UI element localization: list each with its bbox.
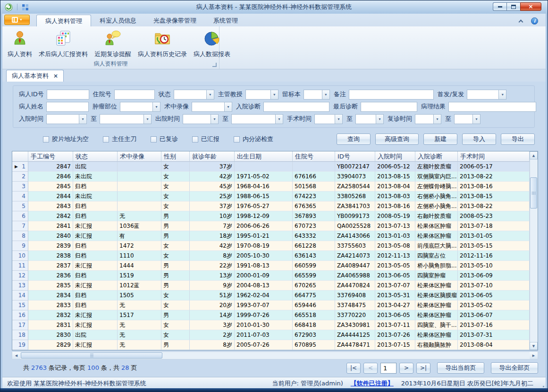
checkbox-box[interactable] — [151, 136, 157, 142]
cell-surgery-video[interactable]: 1505 — [118, 291, 161, 300]
cell-status[interactable]: 未出院 — [73, 172, 118, 182]
cell-admission-diagnosis[interactable]: 松果体区肿瘤 — [415, 281, 458, 291]
recent-followup-reminder-button[interactable]: 近期复诊提醒 — [91, 28, 135, 60]
cell-gender[interactable]: 女 — [161, 330, 190, 340]
cell-surgery-video[interactable] — [118, 192, 161, 201]
cell-admission-number[interactable]: 668418 — [293, 320, 335, 330]
filter-combo-specimen-kept[interactable]: ▾ — [304, 90, 330, 100]
resize-grip[interactable] — [543, 386, 544, 387]
cell-gender[interactable]: 女 — [161, 241, 190, 251]
column-header-surgery-date[interactable]: 手术时间 — [458, 151, 530, 162]
cell-id-number[interactable]: ZA3430981 — [335, 320, 375, 330]
checkbox-film-address-empty[interactable]: 胶片地址为空 — [43, 135, 89, 143]
filter-combo-surgery-video[interactable]: ▾ — [192, 102, 232, 112]
cell-manual-number[interactable]: 2830 — [28, 330, 73, 340]
table-row[interactable]: 102838归档1110女8岁2005-10-30636143ZA4214073… — [12, 251, 538, 261]
filter-combo-chief-professor[interactable]: ▾ — [245, 90, 278, 100]
cell-age-at-visit[interactable]: 42岁 — [190, 172, 235, 182]
cell-manual-number[interactable]: 2839 — [28, 241, 73, 251]
cell-manual-number[interactable]: 2844 — [28, 192, 73, 201]
row-number[interactable]: 3 — [12, 182, 28, 192]
cell-status[interactable]: 未汇报 — [73, 320, 118, 330]
row-number[interactable]: 7 — [12, 221, 28, 231]
cell-age-at-visit[interactable]: 37岁 — [190, 162, 235, 172]
cell-admission-number[interactable]: 670723 — [293, 221, 335, 231]
cell-admission-diagnosis[interactable]: 左侧桥小脑角... — [415, 201, 458, 211]
filter-combo-surgery-date-to[interactable]: ▾ — [355, 114, 384, 124]
row-number[interactable]: 15 — [12, 300, 28, 310]
cell-manual-number[interactable]: 2842 — [28, 211, 73, 221]
cell-admission-diagnosis[interactable]: 四脑室肿瘤 — [415, 271, 458, 281]
cell-gender[interactable]: 女 — [161, 320, 190, 330]
cell-status[interactable]: 未汇报 — [73, 231, 118, 241]
prev-page-button[interactable]: < — [363, 363, 378, 374]
column-header-admission-date[interactable]: 入院时间 — [375, 151, 415, 162]
cell-gender[interactable]: 男 — [161, 281, 190, 291]
close-button[interactable]: × — [520, 2, 541, 11]
patient-history-log-button[interactable]: 病人资料历史记录 — [135, 28, 190, 60]
column-header-status[interactable]: 状态 — [73, 151, 118, 162]
filter-input-admission-diagnosis[interactable] — [263, 102, 329, 112]
vertical-scrollbar-thumb[interactable] — [530, 177, 537, 209]
cell-manual-number[interactable]: 2847 — [28, 162, 73, 172]
table-row[interactable]: 72841未汇报1036蓝男7岁2006-06-26670723QA002552… — [12, 221, 538, 231]
cell-admission-diagnosis[interactable]: 右侧桥小脑角... — [415, 192, 458, 201]
row-number[interactable]: 10 — [12, 251, 28, 261]
cell-surgery-video[interactable]: 有 — [118, 231, 161, 241]
cell-birth-date[interactable]: 1999-07-26 — [235, 310, 293, 320]
patient-data-report-button[interactable]: 病人数据报表 — [190, 28, 234, 60]
row-number[interactable]: 14 — [12, 291, 28, 300]
row-number[interactable]: 11 — [12, 261, 28, 271]
cell-id-number[interactable]: 33769408 — [335, 291, 375, 300]
cell-birth-date[interactable]: 2005-07-26 — [235, 340, 293, 350]
advanced-query-button[interactable]: 高级查询 — [375, 133, 419, 145]
cell-surgery-date[interactable]: 2013-08-15 — [458, 192, 530, 201]
cell-surgery-date[interactable]: 2013-06-05 — [458, 291, 530, 300]
cell-gender[interactable]: 男 — [161, 261, 190, 271]
cell-status[interactable]: 归档 — [73, 241, 118, 251]
cell-admission-number[interactable]: 665599 — [293, 271, 335, 281]
row-number[interactable]: 12 — [12, 271, 28, 281]
cell-birth-date[interactable]: 1968-04-16 — [235, 182, 293, 192]
tab-patient-basic-data[interactable]: 病人基本资料 × — [6, 70, 64, 82]
cell-admission-number[interactable]: 674223 — [293, 192, 335, 201]
filter-input-final-diagnosis[interactable] — [361, 102, 417, 112]
cell-surgery-video[interactable]: 无 — [118, 300, 161, 310]
table-row[interactable]: ▶12847出院女37岁YB00721472006-05-12左额叶胶质瘤200… — [12, 162, 538, 172]
export-button[interactable]: 导出 — [501, 133, 535, 145]
maximize-button[interactable] — [506, 2, 520, 11]
collapse-ribbon-icon[interactable] — [519, 19, 523, 24]
table-row[interactable]: 32845归档女45岁1968-04-16501568ZA25805442013… — [12, 182, 538, 192]
row-number[interactable]: 13 — [12, 281, 28, 291]
cell-admission-number[interactable]: 670895 — [293, 340, 335, 350]
cell-surgery-date[interactable]: 2013-08-04 — [458, 340, 530, 350]
cell-manual-number[interactable]: 2831 — [28, 320, 73, 330]
cell-surgery-date[interactable]: 2013-08-22 — [458, 201, 530, 211]
cell-surgery-date[interactable]: 2008-05-23 — [458, 211, 530, 221]
cell-surgery-date[interactable]: 2013-06-09 — [458, 271, 530, 281]
cell-admission-date[interactable]: 2013-08-03 — [375, 192, 415, 201]
tab-department-staff-info[interactable]: 科室人员信息 — [91, 15, 145, 26]
cell-manual-number[interactable]: 2843 — [28, 201, 73, 211]
horizontal-scrollbar-thumb[interactable] — [21, 352, 162, 359]
cell-status[interactable]: 未汇报 — [73, 340, 118, 350]
next-page-button[interactable]: > — [399, 363, 413, 374]
cell-gender[interactable]: 男 — [161, 231, 190, 241]
dialog-launcher-icon[interactable] — [212, 63, 217, 67]
cell-manual-number[interactable]: 2835 — [28, 281, 73, 291]
scroll-left-icon[interactable]: ◀ — [12, 352, 20, 359]
table-row[interactable]: 152833归档无女20岁1993-07-0765944633748475201… — [12, 300, 538, 310]
cell-surgery-date[interactable]: 2013-07-16 — [458, 320, 530, 330]
cell-age-at-visit[interactable]: 2岁 — [190, 330, 235, 340]
cell-birth-date[interactable]: 1995-01-21 — [235, 231, 293, 241]
cell-status[interactable]: 归档 — [73, 251, 118, 261]
cell-admission-diagnosis[interactable]: 松果体区肿瘤 — [415, 310, 458, 320]
row-number[interactable]: 17 — [12, 320, 28, 330]
cell-admission-number[interactable]: 670265 — [293, 281, 335, 291]
cell-birth-date[interactable]: 2010-01-30 — [235, 320, 293, 330]
cell-admission-number[interactable]: 672903 — [293, 330, 335, 340]
cell-surgery-date[interactable]: 2013-07-18 — [458, 221, 530, 231]
cell-gender[interactable]: 女 — [161, 192, 190, 201]
checkbox-followed-up[interactable]: 已复诊 — [151, 135, 178, 143]
cell-manual-number[interactable]: 2846 — [28, 172, 73, 182]
